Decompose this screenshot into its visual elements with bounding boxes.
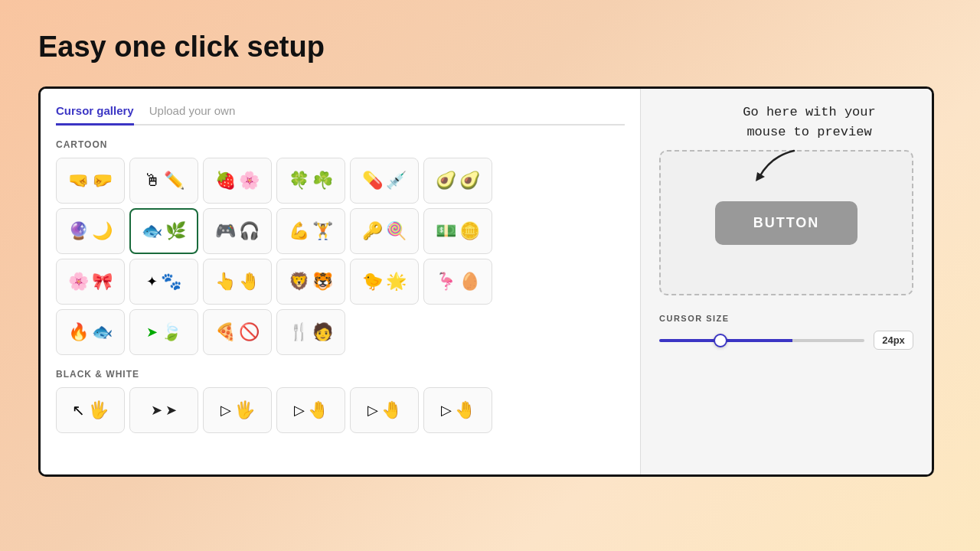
- bw-cursor-cell-6[interactable]: ▷🤚: [423, 387, 492, 433]
- cursor-cell-fork-face[interactable]: 🍴🧑: [276, 309, 345, 355]
- annotation-text: Go here with yourmouse to preview: [702, 103, 916, 142]
- svg-marker-0: [756, 172, 765, 181]
- cursor-cell-gamepad[interactable]: 🎮🎧: [203, 208, 272, 254]
- cursor-size-slider[interactable]: [659, 339, 864, 342]
- bw-cursor-cell-1[interactable]: ↖🖐: [56, 387, 125, 433]
- slider-value: 24px: [874, 331, 913, 350]
- cursor-cell-chick-star[interactable]: 🐤🌟: [350, 259, 419, 305]
- cursor-cell-orb[interactable]: 🔮🌙: [56, 208, 125, 254]
- cursor-cell-fish-leaf[interactable]: 🐟🌿: [129, 208, 198, 254]
- page-title: Easy one click setup: [38, 31, 942, 64]
- cursor-cell-flamingo-egg[interactable]: 🦩🥚: [423, 259, 492, 305]
- cursor-cell-flower-bow[interactable]: 🌸🎀: [56, 259, 125, 305]
- cursor-cell-pizza-stop[interactable]: 🍕🚫: [203, 309, 272, 355]
- cursor-cell-strawberry[interactable]: 🍓🌸: [203, 158, 272, 204]
- annotation-area: Go here with yourmouse to preview: [702, 103, 916, 183]
- cartoon-cursor-grid: 🤜🤛 🖱✏️ 🍓🌸 🍀☘️ 💊💉 🥑🥑: [56, 158, 625, 355]
- section-cartoon-label: CARTOON: [56, 139, 625, 150]
- cursor-cell-avocado[interactable]: 🥑🥑: [423, 158, 492, 204]
- cursor-cell-pointer-hand[interactable]: 👆🤚: [203, 259, 272, 305]
- cursor-cell-pill[interactable]: 💊💉: [350, 158, 419, 204]
- right-panel: Go here with yourmouse to preview BUTTON…: [641, 89, 932, 474]
- bw-cursor-cell-4[interactable]: ▷🤚: [276, 387, 345, 433]
- tab-upload-own[interactable]: Upload your own: [149, 104, 236, 126]
- cursor-cell-lion-tiger[interactable]: 🦁🐯: [276, 259, 345, 305]
- tab-bar: Cursor gallery Upload your own: [56, 104, 625, 126]
- bw-cursor-cell-3[interactable]: ▷🖐: [203, 387, 272, 433]
- cursor-cell-key-lollipop[interactable]: 🔑🍭: [350, 208, 419, 254]
- cursor-cell-empty-2: [423, 309, 492, 355]
- preview-button[interactable]: BUTTON: [715, 201, 858, 245]
- cursor-cell-dumbbell[interactable]: 💪🏋️: [276, 208, 345, 254]
- cursor-cell-cursor-paw[interactable]: ✦ 🐾: [129, 259, 198, 305]
- slider-row: 24px: [659, 331, 913, 350]
- cursor-cell-fire-fish[interactable]: 🔥🐟: [56, 309, 125, 355]
- cursor-cell-hand-orange[interactable]: 🤜🤛: [56, 158, 125, 204]
- cursor-cell-empty-1: [350, 309, 419, 355]
- cursor-cell-clover[interactable]: 🍀☘️: [276, 158, 345, 204]
- cursor-cell-dollar-coin[interactable]: 💵🪙: [423, 208, 492, 254]
- cursor-cell-arrow-pencil[interactable]: 🖱✏️: [129, 158, 198, 204]
- cursor-size-section: CURSOR SIZE 24px: [659, 314, 913, 350]
- bw-cursor-cell-2[interactable]: ➤➤: [129, 387, 198, 433]
- tab-cursor-gallery[interactable]: Cursor gallery: [56, 104, 134, 126]
- cursor-cell-cursor-leaf[interactable]: ➤🍃: [129, 309, 198, 355]
- bw-cursor-cell-5[interactable]: ▷🤚: [350, 387, 419, 433]
- annotation-arrow: [748, 145, 809, 183]
- left-panel: Cursor gallery Upload your own CARTOON 🤜…: [41, 89, 641, 474]
- app-window: Cursor gallery Upload your own CARTOON 🤜…: [38, 86, 934, 477]
- bw-cursor-grid: ↖🖐 ➤➤ ▷🖐 ▷🤚 ▷🤚 ▷🤚: [56, 387, 625, 433]
- cursor-size-label: CURSOR SIZE: [659, 314, 913, 323]
- section-bw-label: BLACK & WHITE: [56, 369, 625, 380]
